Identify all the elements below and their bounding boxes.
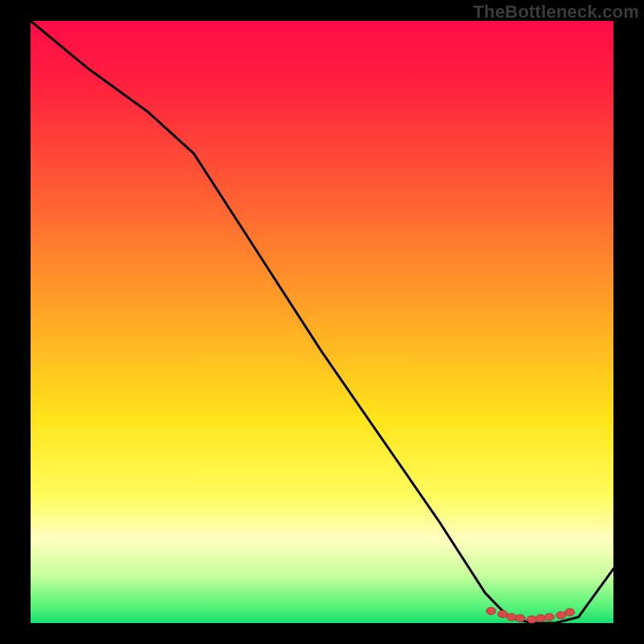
data-point [506,613,516,621]
data-point [527,616,537,623]
data-point [515,615,525,622]
data-point [565,609,575,616]
chart-frame: TheBottleneck.com [0,0,644,644]
chart-line [31,21,613,623]
data-point [536,615,546,622]
line-chart-svg [31,21,613,623]
data-point [486,608,496,615]
data-point [544,613,554,621]
data-point [497,610,507,617]
plot-area [31,21,613,623]
watermark-text: TheBottleneck.com [473,2,639,23]
data-point [556,612,566,619]
